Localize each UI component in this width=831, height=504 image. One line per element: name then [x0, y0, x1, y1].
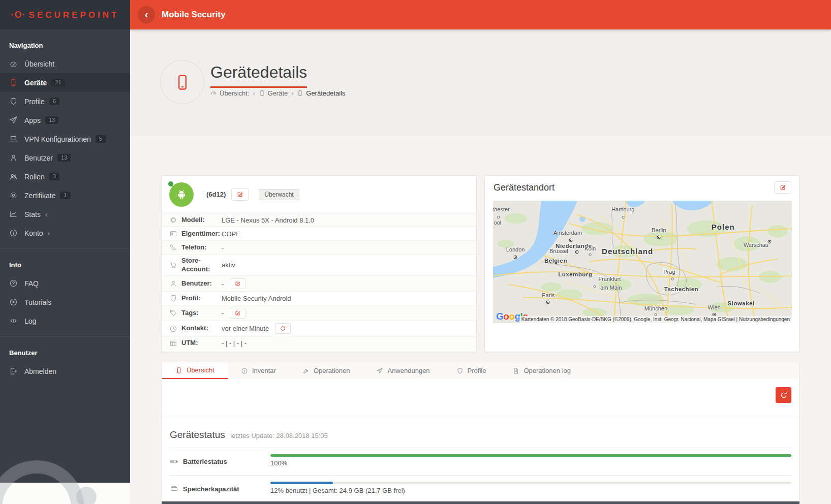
device-row-value: - | - | - | - [222, 339, 247, 347]
sidebar-item-geraete[interactable]: Geräte 21 [0, 73, 130, 92]
storage-progress-fill [270, 482, 333, 484]
count-badge: 1 [60, 192, 70, 199]
sidebar-item-label: Konto [24, 229, 43, 237]
battery-progress-track [270, 454, 791, 457]
map-city-label: chester [493, 206, 510, 212]
tab-uebersicht[interactable]: Übersicht [162, 362, 228, 379]
sidebar-item-uebersicht[interactable]: Übersicht [0, 54, 130, 73]
map-city-label: München [644, 305, 667, 311]
sidebar-item-label: Abmelden [24, 367, 56, 375]
sidebar-item-profile[interactable]: Profile 6 [0, 92, 130, 111]
map-city-label: London [506, 246, 525, 253]
count-badge: 3 [49, 173, 59, 180]
tab-label: Anwendungen [387, 367, 429, 374]
device-row-tags: Tags: - [162, 305, 476, 321]
device-info-card: (6d12) Überwacht Modell: LGE - Nexus 5X … [162, 175, 477, 352]
paper-plane-icon [9, 116, 18, 124]
sidebar-item-vpn-konfigurationen[interactable]: VPN Konfigurationen 5 [0, 130, 130, 148]
edit-location-button[interactable] [774, 181, 791, 194]
securepoint-logo[interactable]: ·O·SECUREPOINT [11, 10, 119, 20]
sidebar-item-label: Geräte [24, 79, 47, 87]
map-city-label: ool [494, 219, 501, 226]
sidebar-item-konto[interactable]: Konto ‹ [0, 224, 130, 242]
logo-o-icon: ·O· [11, 10, 26, 20]
edit-device-name-button[interactable] [231, 188, 249, 201]
sidebar-item-label: Rollen [24, 173, 45, 181]
device-row-profil: Profil: Mobile Security Android [162, 292, 476, 305]
sidebar-item-zertifikate[interactable]: Zertifikate 1 [0, 186, 130, 205]
device-row-value: - [222, 244, 224, 251]
pencil-edit-icon [779, 184, 786, 191]
shield-icon [9, 97, 18, 106]
shield-icon [169, 294, 177, 302]
chart-icon [9, 210, 18, 218]
sidebar-item-rollen[interactable]: Rollen 3 [0, 167, 130, 186]
sidebar-item-benutzer[interactable]: Benutzer 13 [0, 148, 130, 167]
edit-tags-button[interactable] [230, 308, 245, 319]
sidebar-item-log[interactable]: Log [0, 311, 130, 330]
sidebar-item-stats[interactable]: Stats ‹ [0, 205, 130, 224]
android-robot-icon [175, 188, 188, 201]
back-button[interactable]: ‹ [138, 6, 155, 23]
device-card-header: (6d12) Überwacht [162, 176, 476, 213]
map-city-label: Warschau [744, 242, 768, 248]
device-row-value: - [222, 280, 224, 288]
page-header: Gerätedetails Übersicht: › Geräte › Gerä… [130, 29, 831, 135]
map-city-label: Köln [584, 245, 596, 251]
map-country-label: Polen [712, 222, 735, 231]
sidebar-item-label: Zertifikate [24, 192, 55, 200]
phone-icon [297, 90, 303, 97]
device-status-table: Batteriestatus 100% Speicherkapazität 12… [170, 448, 791, 503]
device-row-value: Mobile Security Android [222, 295, 291, 302]
device-row-modell: Modell: LGE - Nexus 5X - Android 8.1.0 [162, 213, 476, 227]
chevron-left-icon: ‹ [48, 229, 50, 237]
sidebar-item-faq[interactable]: FAQ [0, 274, 130, 293]
panel-toolbar [162, 379, 799, 418]
map-city-label: Berlin [652, 227, 666, 233]
tab-label: Inventar [252, 367, 276, 374]
tab-operationen[interactable]: Operationen [289, 362, 363, 379]
refresh-status-button[interactable] [776, 387, 791, 403]
breadcrumb-uebersicht[interactable]: Übersicht: [210, 89, 250, 97]
device-row-store-account: Store-Account: aktiv [162, 255, 476, 276]
storage-drive-icon [170, 485, 178, 493]
refresh-contact-button[interactable] [275, 323, 291, 334]
sidebar-item-apps[interactable]: Apps 13 [0, 111, 130, 130]
storage-value-text: 12% benutzt | Gesamt: 24.9 GB (21.7 GB f… [270, 487, 791, 494]
certificate-seal-icon [9, 191, 18, 200]
device-page-icon-circle [160, 60, 204, 104]
device-row-label: Eigentümer: [181, 230, 220, 238]
shield-icon [456, 367, 464, 374]
code-icon [9, 317, 18, 325]
tab-operationen-log[interactable]: Operationen log [499, 362, 584, 379]
map-country-label: Tschechien [664, 286, 698, 292]
logout-icon [9, 367, 18, 375]
sidebar-item-label: FAQ [24, 279, 39, 288]
gauge-icon [9, 59, 18, 68]
topbar: ‹ Mobile Security [130, 0, 831, 29]
sidebar-item-tutorials[interactable]: Tutorials [0, 293, 130, 311]
logo-bar: ·O·SECUREPOINT [0, 0, 130, 29]
tab-profile[interactable]: Profile [443, 362, 500, 379]
tab-anwendungen[interactable]: Anwendungen [363, 362, 443, 379]
edit-user-button[interactable] [230, 278, 245, 289]
device-row-label: Tags: [181, 309, 199, 317]
info-circle-icon [9, 229, 18, 237]
sidebar-item-abmelden[interactable]: Abmelden [0, 362, 130, 381]
info-circle-icon [241, 367, 248, 374]
monitored-status-badge: Überwacht [259, 189, 299, 200]
terms-link[interactable]: Nutzungsbedingungen [739, 317, 790, 322]
logo-text: SECUREPOINT [29, 10, 119, 20]
map-card-title: Gerätestandort [494, 182, 555, 193]
google-map[interactable]: chester ool Hamburg Amsterdam Niederland… [493, 201, 792, 323]
map-attribution: Kartendaten © 2018 GeoBasis-DE/BKG (©200… [519, 316, 792, 323]
sidebar-footer [0, 483, 130, 504]
device-row-label: UTM: [181, 339, 198, 347]
tab-inventar[interactable]: Inventar [228, 362, 289, 379]
device-row-kontakt: Kontakt: vor einer Minute [162, 321, 476, 336]
topbar-title: Mobile Security [162, 10, 226, 20]
breadcrumb-geraete[interactable]: Geräte [259, 89, 288, 97]
device-name: (6d12) [206, 191, 226, 198]
breadcrumb: Übersicht: › Geräte › Gerätedetails [210, 89, 346, 97]
sidebar-item-label: Übersicht [24, 60, 54, 68]
